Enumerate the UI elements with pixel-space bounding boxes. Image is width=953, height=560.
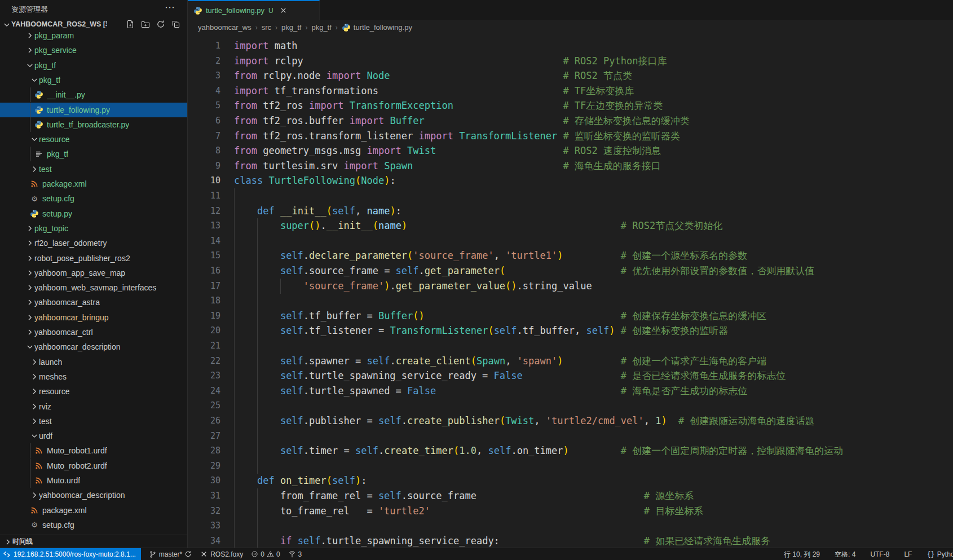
breadcrumb-item[interactable]: src — [262, 23, 271, 32]
code-text: def on_timer(self): — [234, 473, 367, 488]
tree-item-setup-cfg[interactable]: ⚙setup.cfgU — [0, 191, 187, 206]
tree-item-test[interactable]: test — [0, 414, 187, 429]
status-item-indentation[interactable]: 空格: 4 — [835, 550, 855, 559]
tree-item-yahboom-web-savmap-interfaces[interactable]: yahboom_web_savmap_interfaces — [0, 280, 187, 295]
more-actions-icon[interactable]: ⋯ — [165, 1, 175, 14]
line-number: 2 — [188, 54, 220, 69]
tree-item-muto-robot1-urdf[interactable]: Muto_robot1.urdf — [0, 443, 187, 458]
code-comment: # 创建保存坐标变换信息的缓冲区 — [621, 308, 766, 324]
tree-item-test[interactable]: test — [0, 162, 187, 177]
line-number: 16 — [188, 263, 220, 279]
line-number: 13 — [188, 218, 220, 233]
python-icon — [342, 23, 351, 32]
code-text: import tf_transformations# TF坐标变换库 — [234, 83, 378, 99]
tab-unsaved-badge: U — [268, 7, 273, 15]
status-item-git-branch[interactable]: master* — [149, 550, 192, 558]
tree-item-setup-cfg[interactable]: ⚙setup.cfg — [0, 518, 187, 532]
breadcrumb-item[interactable]: yahboomcar_ws — [198, 23, 252, 32]
collapse-all-icon[interactable] — [170, 19, 182, 30]
tree-item-label: yahboomcar_description — [39, 491, 125, 500]
tree-item-turtle-following-py[interactable]: turtle_following.pyU — [0, 103, 187, 117]
tree-item-label: rviz — [39, 402, 51, 411]
tree-item-pkg-topic[interactable]: pkg_topic — [0, 221, 187, 236]
code-line-21: 21 — [188, 338, 953, 354]
tree-item-resource[interactable]: resource — [0, 132, 187, 147]
code-line-9: 9from turtlesim.srv import Spawn# 海龟生成的服… — [188, 158, 953, 174]
code-line-31: 31 from_frame_rel = self.source_frame# 源… — [188, 488, 953, 504]
tree-item-pkg-tf[interactable]: pkg_tf — [0, 58, 187, 73]
tree-item-rviz[interactable]: rviz — [0, 399, 187, 414]
tree-item-turtle-tf-broadcaster-py[interactable]: turtle_tf_broadcaster.pyU — [0, 117, 187, 132]
status-item-ros-distro[interactable]: ROS2.foxy — [200, 550, 243, 558]
new-folder-icon[interactable] — [140, 19, 151, 30]
tree-item--init-py[interactable]: __init__.pyU — [0, 87, 187, 102]
breadcrumb-file[interactable]: turtle_following.py — [354, 23, 412, 32]
python-icon — [30, 209, 39, 218]
chevron-down-icon — [30, 135, 39, 144]
tree-item-pkg-service[interactable]: pkg_service — [0, 43, 187, 58]
tree-item-label: setup.py — [42, 209, 72, 218]
tree-item-pkg-tf[interactable]: pkg_tfU — [0, 147, 187, 161]
code-text: if self.turtle_spawning_service_ready:# … — [234, 533, 500, 548]
tree-item-label: resource — [39, 135, 69, 144]
chevron-right-icon — [25, 254, 34, 263]
new-file-icon[interactable] — [125, 19, 136, 30]
tree-item-yahboomcar-bringup[interactable]: yahboomcar_bringup — [0, 310, 187, 325]
status-item-eol[interactable]: LF — [904, 550, 912, 558]
line-number: 15 — [188, 248, 220, 263]
chevron-right-icon — [30, 387, 39, 396]
status-item-ports[interactable]: 3 — [288, 550, 302, 558]
line-number: 7 — [188, 129, 220, 144]
chevron-down-icon — [30, 431, 39, 440]
broadcast-icon — [288, 550, 296, 558]
tree-item-launch[interactable]: launch — [0, 355, 187, 369]
tree-item-urdf[interactable]: urdf — [0, 429, 187, 443]
tree-item-yahboomcar-description[interactable]: yahboomcar_description — [0, 339, 187, 354]
breadcrumb: yahboomcar_ws›src›pkg_tf›pkg_tf›turtle_f… — [188, 20, 953, 35]
remote-indicator[interactable]: 192.168.2.51:5000/ros-foxy-muto:2.8.1... — [0, 548, 141, 560]
status-text: 0 — [276, 550, 280, 558]
tree-item-label: pkg_tf — [34, 61, 56, 70]
tree-item-yahboom-app-save-map[interactable]: yahboom_app_save_map — [0, 266, 187, 280]
tree-item-setup-py[interactable]: setup.pyU — [0, 206, 187, 221]
line-number: 24 — [188, 383, 220, 399]
code-line-1: 1import math — [188, 38, 953, 54]
code-comment: # ROS2节点父类初始化 — [621, 218, 722, 233]
tree-item-robot-pose-publisher-ros2[interactable]: robot_pose_publisher_ros2 — [0, 251, 187, 266]
code-text: self.tf_buffer = Buffer()# 创建保存坐标变换信息的缓冲… — [234, 308, 425, 324]
workspace-section-header[interactable]: YAHBOOMCAR_ROS2_WS [容器 1... — [0, 17, 187, 32]
tree-item-muto-robot2-urdf[interactable]: Muto_robot2.urdf — [0, 458, 187, 473]
tree-item-pkg-tf[interactable]: pkg_tf — [0, 73, 187, 87]
breadcrumb-item[interactable]: pkg_tf — [281, 23, 301, 32]
refresh-icon[interactable] — [155, 19, 166, 30]
status-item-cursor-position[interactable]: 行 10, 列 29 — [784, 550, 820, 559]
file-tree[interactable]: pkg_parampkg_servicepkg_tfpkg_tf__init__… — [0, 0, 187, 535]
tree-item-rf2o-laser-odometry[interactable]: rf2o_laser_odometry — [0, 236, 187, 250]
timeline-section[interactable]: 时间线 — [0, 535, 187, 548]
code-editor[interactable]: 1import math2import rclpy# ROS2 Python接口… — [188, 35, 953, 548]
status-item-problems[interactable]: 00 — [251, 550, 280, 558]
line-number: 6 — [188, 113, 220, 129]
tree-item-yahboomcar-astra[interactable]: yahboomcar_astra — [0, 295, 187, 310]
tab-turtle-following[interactable]: turtle_following.py U — [188, 0, 320, 20]
status-text: master* — [159, 550, 182, 558]
tree-item-meshes[interactable]: meshes — [0, 369, 187, 384]
explorer-title: 资源管理器 — [11, 5, 48, 15]
tree-item-package-xml[interactable]: package.xmlU — [0, 177, 187, 191]
code-line-11: 11 — [188, 188, 953, 204]
python-icon — [34, 105, 43, 114]
code-comment: # 存储坐标变换信息的缓冲类 — [563, 113, 689, 129]
breadcrumb-item[interactable]: pkg_tf — [311, 23, 331, 32]
status-text: UTF-8 — [870, 550, 889, 558]
tree-item-yahboomcar-ctrl[interactable]: yahboomcar_ctrl — [0, 325, 187, 339]
close-icon[interactable] — [279, 6, 288, 15]
status-item-encoding[interactable]: UTF-8 — [870, 550, 889, 558]
tree-item-resource[interactable]: resource — [0, 384, 187, 399]
tree-item-package-xml[interactable]: package.xml — [0, 503, 187, 518]
code-line-19: 19 self.tf_buffer = Buffer()# 创建保存坐标变换信息… — [188, 308, 953, 324]
tree-item-label: setup.cfg — [42, 521, 74, 530]
chevron-right-icon: › — [305, 24, 307, 32]
tree-item-yahboomcar-description[interactable]: yahboomcar_description — [0, 488, 187, 502]
tree-item-muto-urdf[interactable]: Muto.urdf — [0, 473, 187, 488]
status-item-language-mode[interactable]: {}Python — [926, 550, 953, 558]
